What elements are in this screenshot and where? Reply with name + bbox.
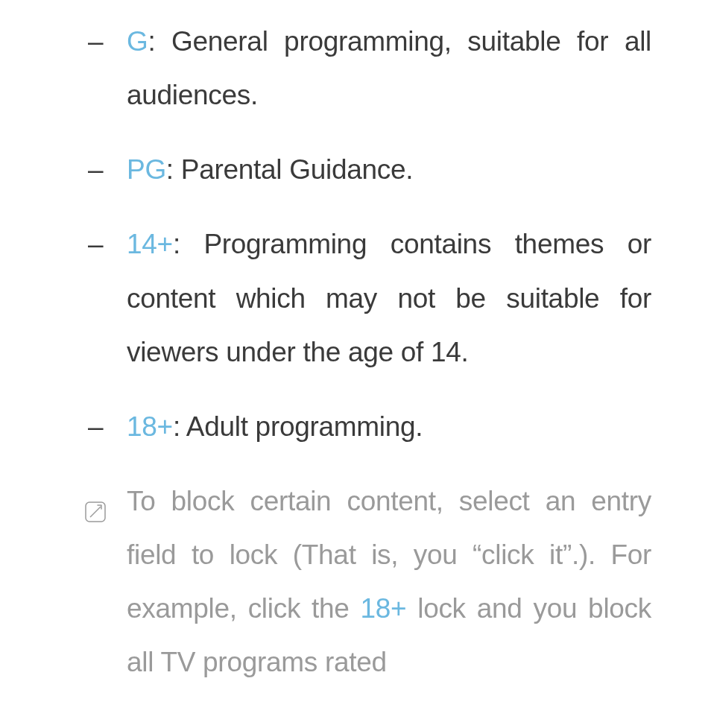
- note-inline-label-18plus: 18+: [360, 593, 406, 624]
- rating-label-18plus: 18+: [127, 411, 173, 442]
- rating-label-g: G: [127, 26, 148, 57]
- svg-line-1: [90, 507, 101, 517]
- rating-label-pg: PG: [127, 154, 166, 185]
- note-icon: [83, 488, 107, 542]
- rating-description-pg: : Parental Guidance.: [166, 154, 413, 185]
- rating-item-14plus: 14+: Programming contains themes or cont…: [75, 218, 651, 379]
- rating-item-pg: PG: Parental Guidance.: [75, 143, 651, 197]
- rating-item-g: G: General programming, suitable for all…: [75, 15, 651, 122]
- rating-description-14plus: : Programming contains themes or content…: [127, 229, 651, 367]
- rating-list: G: General programming, suitable for all…: [75, 15, 651, 454]
- rating-description-18plus: : Adult programming.: [173, 411, 423, 442]
- note-block: To block certain content, select an entr…: [75, 475, 651, 690]
- rating-description-g: : General programming, suitable for all …: [127, 26, 651, 110]
- rating-label-14plus: 14+: [127, 229, 173, 259]
- rating-item-18plus: 18+: Adult programming.: [75, 400, 651, 454]
